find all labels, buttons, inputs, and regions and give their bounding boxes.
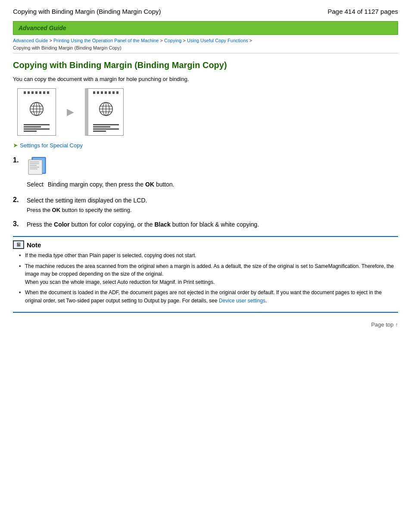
breadcrumb-current: Copying with Binding Margin (Binding Mar…: [13, 45, 121, 50]
settings-link-text: Settings for Special Copy: [20, 142, 83, 149]
doc-dashes-2: [93, 91, 119, 94]
page-number: Page 414 of 1127 pages: [328, 8, 398, 15]
margin-doc-image: [85, 88, 124, 136]
step-2-content: Select the setting item displayed on the…: [27, 196, 398, 213]
page-top-link[interactable]: Page top ↑: [371, 321, 398, 328]
arrow-icon: ▶: [67, 106, 74, 118]
page-header: Copying with Binding Margin (Binding Mar…: [13, 4, 398, 18]
main-title: Copying with Binding Margin (Binding Mar…: [13, 59, 398, 71]
svg-rect-19: [30, 168, 37, 169]
device-settings-link[interactable]: Device user settings: [219, 298, 265, 304]
doc-dashes: [24, 91, 50, 94]
svg-rect-17: [30, 165, 37, 166]
step-3-text: Press the Color button for color copying…: [27, 220, 398, 229]
note-header: 📓 Note: [13, 240, 398, 249]
step-2-number: 2.: [13, 196, 22, 204]
note-item-3: When the document is loaded in the ADF, …: [19, 289, 398, 305]
globe-icon-2: [98, 101, 114, 117]
note-label: Note: [27, 241, 41, 249]
copy-icon-wrapper: [27, 156, 398, 177]
steps-section: 1.: [13, 156, 398, 229]
breadcrumb: Advanced Guide > Printing Using the Oper…: [13, 35, 398, 53]
arrow-right-icon: ➤: [13, 142, 18, 149]
breadcrumb-link-4[interactable]: Using Useful Copy Functions: [187, 38, 248, 43]
breadcrumb-link-2[interactable]: Printing Using the Operation Panel of th…: [53, 38, 159, 43]
original-doc-image: [17, 88, 56, 136]
note-book-icon: 📓: [13, 240, 24, 249]
settings-link[interactable]: ➤ Settings for Special Copy: [13, 142, 398, 149]
step-1-number: 1.: [13, 156, 22, 164]
step-1-middle: Binding margin copy, then press the OK b…: [46, 180, 174, 189]
svg-rect-15: [30, 162, 39, 162]
doc-lines: [24, 123, 50, 133]
globe-icon: [28, 101, 45, 117]
page-top-wrapper: Page top ↑: [13, 321, 398, 328]
advanced-guide-banner: Advanced Guide: [13, 21, 398, 35]
intro-text: You can copy the document with a margin …: [13, 76, 398, 82]
step-2: 2. Select the setting item displayed on …: [13, 196, 398, 213]
step-1-text: Select Binding margin copy, then press t…: [27, 180, 398, 189]
header-title: Copying with Binding Margin (Binding Mar…: [13, 8, 161, 15]
step-3: 3. Press the Color button for color copy…: [13, 220, 398, 229]
svg-rect-16: [30, 163, 39, 164]
breadcrumb-link-1[interactable]: Advanced Guide: [13, 38, 48, 43]
step-1-before: Select: [27, 180, 44, 189]
step-2-text: Select the setting item displayed on the…: [27, 196, 398, 205]
svg-rect-18: [30, 167, 39, 168]
step-1: 1.: [13, 156, 398, 189]
doc-lines-2: [93, 123, 119, 133]
binding-margin-icon: [27, 156, 48, 176]
note-section: 📓 Note If the media type other than Plai…: [13, 236, 398, 313]
step-3-number: 3.: [13, 220, 22, 228]
page-top-text: Page top: [371, 321, 393, 328]
page-top-arrow: ↑: [395, 321, 399, 328]
note-item-1: If the media type other than Plain paper…: [19, 252, 398, 260]
step-1-content: Select Binding margin copy, then press t…: [27, 156, 398, 189]
step-2-sub: Press the OK button to specify the setti…: [27, 207, 398, 213]
step-3-content: Press the Color button for color copying…: [27, 220, 398, 229]
breadcrumb-link-3[interactable]: Copying: [164, 38, 181, 43]
banner-label: Advanced Guide: [19, 25, 66, 31]
note-list: If the media type other than Plain paper…: [13, 252, 398, 305]
document-images: ▶: [17, 88, 398, 136]
note-item-2: The machine reduces the area scanned fro…: [19, 262, 398, 286]
